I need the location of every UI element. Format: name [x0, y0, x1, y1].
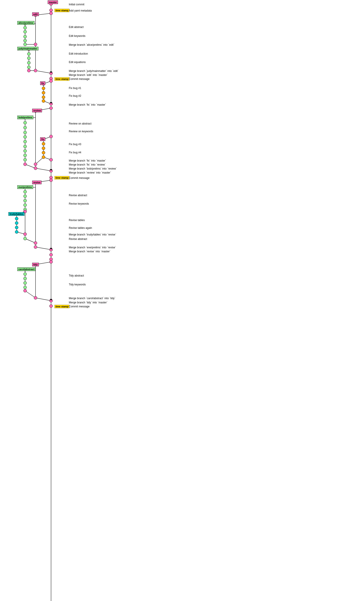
svg-point-117	[23, 277, 27, 280]
svg-point-78	[34, 163, 37, 166]
svg-point-83	[23, 131, 27, 134]
svg-point-81	[23, 121, 27, 124]
svg-line-28	[25, 239, 36, 243]
commit-label-review-abstract: Review on abstract	[69, 121, 91, 126]
commit-label-merge-judy: Merge branch `judy/mainmatter` into `edi…	[69, 69, 119, 73]
timestamp-tag-1: time stamp	[54, 9, 70, 12]
svg-point-118	[23, 281, 27, 284]
svg-point-51	[50, 248, 53, 251]
svg-line-25	[36, 247, 51, 250]
commit-label-revise-abstract2: Revise abstract	[69, 237, 87, 241]
svg-point-54	[50, 260, 53, 263]
commit-label-commit-msg-2: Commit message	[69, 176, 90, 180]
commit-label-yaml: Add yaml metadata	[69, 9, 92, 13]
svg-point-39	[50, 9, 53, 12]
commit-label-initial: Initial commit	[69, 2, 84, 7]
commit-label-tidy-abstract: Tidy abstract	[69, 273, 84, 278]
svg-point-116	[23, 272, 27, 276]
svg-point-98	[34, 245, 37, 249]
svg-point-101	[23, 195, 27, 198]
svg-point-40	[50, 12, 53, 15]
svg-marker-122	[50, 102, 52, 104]
commit-label-merge-revise-master: Merge branch `revise` into `master`	[69, 249, 111, 254]
svg-point-112	[15, 230, 18, 233]
branch-tag-bob: bob/prelims	[17, 116, 33, 119]
commit-label-revise-keywords: Revise keywords	[69, 201, 89, 206]
svg-point-111	[15, 226, 18, 229]
svg-point-68	[27, 57, 30, 60]
branch-tag-revise: revise	[32, 181, 41, 184]
commit-label-merge-fix2-review: Merge branch `fix` into `review`	[69, 162, 106, 167]
timestamp-tag-3: time stamp	[54, 176, 70, 180]
svg-point-74	[42, 91, 45, 94]
svg-point-67	[27, 52, 30, 55]
svg-point-47	[50, 158, 53, 161]
branch-tag-alice: alice/prelims	[17, 21, 34, 25]
svg-point-104	[23, 208, 27, 211]
svg-line-34	[36, 298, 51, 301]
svg-point-97	[34, 241, 37, 245]
svg-point-73	[42, 87, 45, 90]
svg-point-64	[23, 39, 27, 42]
commit-label-merge-eve-revise: Merge branch `eve/prelims` into `revise`	[69, 245, 116, 250]
commit-label-merge-review-master: Merge branch `review` into `master`	[69, 170, 111, 175]
branch-tag-trudy: trudy/tables	[9, 212, 24, 216]
svg-line-3	[36, 70, 51, 73]
commit-label-merge-trudy-revise: Merge branch `trudy/tables` into `revise…	[69, 232, 116, 237]
svg-point-65	[23, 43, 27, 46]
svg-point-48	[50, 169, 53, 172]
svg-line-21	[43, 157, 51, 160]
svg-point-106	[23, 233, 27, 236]
svg-point-53	[50, 258, 53, 261]
svg-point-86	[23, 145, 27, 148]
commit-label-merge-fix2-master: Merge branch `fix` into `master`	[69, 159, 106, 163]
timestamp-tag-4: time stamp	[54, 305, 70, 308]
svg-point-119	[23, 286, 27, 289]
commit-label-fix2: Fix bug #2	[69, 94, 81, 98]
svg-point-114	[34, 296, 37, 299]
svg-point-62	[23, 30, 27, 33]
svg-marker-123	[50, 169, 52, 171]
branch-tag-carol: carol/abstract	[17, 267, 36, 271]
svg-point-109	[15, 217, 18, 220]
commit-label-merge-alice: Merge branch `alice/prelims` into `edit`	[69, 43, 114, 47]
svg-point-61	[23, 26, 27, 29]
svg-point-55	[50, 299, 53, 302]
branch-tag-eve: eve/prelims	[17, 185, 33, 189]
commit-label-merge-tidy-master: Merge branch `tidy` into `master`	[69, 300, 108, 305]
svg-line-15	[36, 168, 51, 171]
commit-label-edit-abstract: Edit abstract	[69, 25, 84, 29]
svg-point-93	[42, 147, 45, 150]
svg-point-75	[42, 96, 45, 99]
svg-point-49	[50, 176, 53, 179]
commit-label-revise-tables: Revise tables	[69, 218, 85, 222]
commit-label-commit-msg-3: Commit message	[69, 304, 90, 309]
branch-tag-master: master	[48, 0, 58, 4]
branch-tag-fix1: fix	[40, 81, 45, 85]
svg-point-63	[23, 35, 27, 38]
svg-line-12	[43, 101, 51, 104]
svg-point-120	[23, 289, 27, 292]
svg-point-79	[34, 167, 37, 170]
branch-tag-review: review	[32, 109, 42, 112]
branch-tag-judy: judy/mainmatter	[17, 47, 38, 50]
svg-point-88	[23, 154, 27, 157]
timestamp-tag-2: time stamp	[54, 77, 70, 81]
svg-point-50	[50, 179, 53, 182]
commit-label-merge-bob-review: Merge branch `bob/prelims` into `review`	[69, 166, 117, 171]
svg-point-76	[42, 100, 45, 102]
commit-label-merge-fix1-master: Merge branch `fix` into `master`	[69, 102, 106, 107]
svg-point-58	[34, 43, 37, 46]
svg-line-22	[36, 157, 43, 164]
svg-point-102	[23, 199, 27, 202]
commit-label-fix3: Fix bug #3	[69, 142, 81, 147]
commit-label-revise-abstract: Revise abstract	[69, 193, 87, 198]
commit-label-edit-equations: Edit equations	[69, 60, 86, 64]
commit-label-fix4: Fix bug #4	[69, 150, 81, 155]
commit-label-merge-carol-tidy: Merge branch `carol/abstract` into `tidy…	[69, 296, 115, 300]
svg-point-45	[50, 107, 53, 110]
svg-point-100	[23, 190, 27, 193]
svg-point-71	[27, 69, 30, 72]
svg-marker-125	[50, 299, 52, 301]
svg-point-110	[15, 221, 18, 225]
